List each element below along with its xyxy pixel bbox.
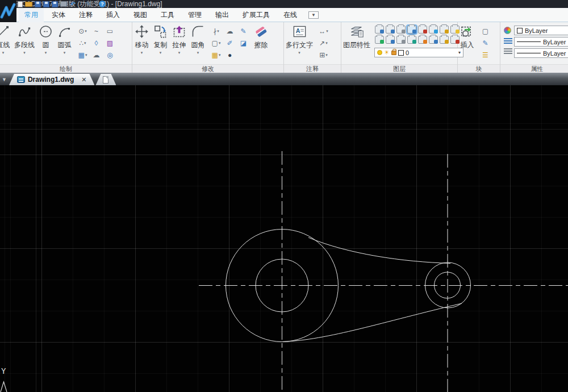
layer-thaw-icon[interactable] [407, 26, 416, 34]
polyline-button[interactable]: 多段线▾ [13, 23, 36, 55]
panel-annotate: A多行文字▾ ↔▾↗▾⊞▾ 注释 [284, 22, 341, 73]
lineweight-icon[interactable] [504, 48, 512, 55]
plot-preview-icon[interactable] [60, 1, 67, 7]
ribbon-tab-扩展工具[interactable]: 扩展工具 [237, 8, 275, 22]
move-button[interactable]: 移动▾ [133, 23, 151, 55]
doc-tab-dropdown-icon[interactable]: ▼ [2, 77, 7, 82]
create-block-icon[interactable]: ▢ [479, 26, 492, 37]
linetype-dropdown[interactable]: ByLayer [514, 37, 568, 47]
center-mark-icon[interactable]: ⊙▾ [76, 26, 89, 37]
layer-states-icon[interactable] [407, 36, 416, 44]
help-icon[interactable]: ? [99, 1, 106, 7]
arc-button[interactable]: 圆弧▾ [56, 23, 73, 55]
new-drawing-tab[interactable] [95, 74, 116, 85]
app-logo[interactable] [0, 0, 16, 22]
donut-icon[interactable]: ◎ [103, 49, 116, 61]
delete-duplicate-icon[interactable]: ● [223, 49, 236, 61]
insert-block-button[interactable]: 插入 [458, 23, 476, 51]
layer-unisolate-icon[interactable] [386, 36, 395, 44]
chevron-down-icon[interactable]: ▾ [141, 51, 143, 55]
undo-dropdown-icon[interactable]: · [79, 1, 82, 7]
layer-freeze-icon[interactable] [396, 26, 406, 34]
leader-icon[interactable]: ↗▾ [317, 37, 330, 49]
line-button[interactable]: 直线▾ [0, 23, 12, 55]
chevron-down-icon[interactable]: ▾ [64, 51, 66, 55]
save-icon[interactable] [35, 1, 41, 7]
hatch-icon[interactable]: ▨ [103, 37, 116, 49]
save-as-icon[interactable] [43, 1, 49, 7]
trim-icon[interactable]: ∤▾ [210, 26, 223, 37]
block-editor-icon[interactable]: ✎ [479, 37, 492, 49]
ribbon-tab-输出[interactable]: 输出 [210, 8, 235, 22]
chevron-down-icon[interactable]: ▾ [45, 51, 47, 55]
construction-line-icon[interactable]: ◊ [90, 37, 103, 49]
polyline-icon [17, 24, 32, 39]
erase-button[interactable]: 擦除 [252, 23, 270, 51]
document-tab[interactable]: Drawing1.dwg ✕ [9, 74, 95, 85]
ribbon-tab-工具[interactable]: 工具 [155, 8, 180, 22]
new-file-icon[interactable] [18, 1, 23, 7]
lineweight-dropdown[interactable]: ByLayer [514, 48, 568, 58]
undo-icon[interactable]: ↶ [69, 1, 77, 7]
circle-button[interactable]: 圆▾ [37, 23, 55, 55]
revision-cloud-icon[interactable]: ☁ [90, 49, 103, 61]
mtext-button[interactable]: A多行文字▾ [285, 23, 314, 55]
ribbon-tab-在线[interactable]: 在线 [278, 8, 303, 22]
layer-off-icon[interactable] [375, 26, 384, 34]
chevron-down-icon[interactable]: ▾ [178, 51, 181, 55]
explode-icon[interactable]: ▢▾ [210, 37, 223, 49]
ribbon-tab-常用[interactable]: 常用 [19, 8, 44, 22]
layer-lock-icon[interactable] [418, 26, 427, 34]
redo-dropdown-icon[interactable]: · [94, 1, 97, 7]
array-icon[interactable]: ▦▾ [210, 49, 223, 61]
fillet-button[interactable]: 圆角▾ [189, 23, 207, 55]
ribbon-tab-管理[interactable]: 管理 [182, 8, 207, 22]
color-dropdown[interactable]: ByLayer [514, 26, 568, 35]
layer-copy-to-icon[interactable] [440, 36, 449, 44]
layer-walk-icon[interactable] [418, 36, 427, 44]
copy-button[interactable]: 复制▾ [152, 23, 169, 55]
ribbon-tab-实体[interactable]: 实体 [46, 8, 71, 22]
revcloud-edit-icon[interactable]: ☁ [223, 26, 236, 37]
chevron-down-icon[interactable]: ▾ [160, 51, 162, 55]
layer-merge-icon[interactable] [429, 36, 438, 44]
layer-freeze-icon[interactable]: ☀ [384, 49, 390, 56]
open-folder-icon[interactable] [25, 2, 32, 7]
ribbon-tab-注释[interactable]: 注释 [73, 8, 98, 22]
multiple-points-icon[interactable]: ∴▾ [76, 37, 89, 49]
layer-unlock-icon[interactable] [429, 26, 438, 34]
chevron-down-icon[interactable]: ▾ [2, 51, 5, 55]
spline-icon[interactable]: ~ [90, 26, 103, 37]
drawing-canvas[interactable] [0, 85, 568, 392]
dimension-icon[interactable]: ↔▾ [317, 26, 330, 37]
linetype-icon[interactable] [504, 37, 512, 44]
color-value: ByLayer [525, 27, 548, 34]
edit-polyline-icon[interactable]: ✐ [223, 37, 236, 49]
ribbon-overflow-button[interactable]: ▼ [308, 11, 319, 19]
layer-on-icon[interactable] [386, 26, 395, 34]
chevron-down-icon[interactable]: ▾ [197, 51, 199, 55]
attributes-icon[interactable]: ☰ [479, 49, 492, 61]
ribbon-tab-视图[interactable]: 视图 [128, 8, 153, 22]
layer-properties-button[interactable]: 图层特性 [342, 23, 371, 51]
stretch-button[interactable]: 拉伸▾ [170, 23, 188, 55]
close-icon[interactable]: ✕ [81, 76, 86, 84]
redo-icon[interactable]: ↷ [84, 1, 91, 7]
layer-lock-icon[interactable] [391, 51, 396, 55]
table-icon[interactable]: ⊞▾ [317, 49, 330, 61]
chevron-down-icon[interactable]: ▾ [298, 51, 300, 55]
layer-current-icon[interactable] [440, 26, 449, 34]
region-icon[interactable]: ▦▾ [76, 49, 89, 61]
color-palette-icon[interactable] [504, 27, 511, 34]
layer-isolate-icon[interactable] [375, 36, 384, 44]
layer-on-off-icon[interactable] [377, 50, 382, 55]
chevron-down-icon[interactable]: ▾ [23, 51, 26, 55]
layer-previous-icon[interactable] [396, 36, 406, 44]
panel-properties: ByLayer ByLayer ByLayer 属性 [500, 22, 568, 73]
mirror-icon[interactable]: ◪ [237, 37, 250, 49]
rectangle-icon[interactable]: ▭ [103, 26, 116, 37]
save-all-icon[interactable] [52, 1, 58, 7]
layer-dropdown[interactable]: ☀ 0 ▾ [374, 48, 463, 57]
ribbon-tab-插入[interactable]: 插入 [101, 8, 126, 22]
lengthen-icon[interactable]: ✎ [237, 26, 250, 37]
